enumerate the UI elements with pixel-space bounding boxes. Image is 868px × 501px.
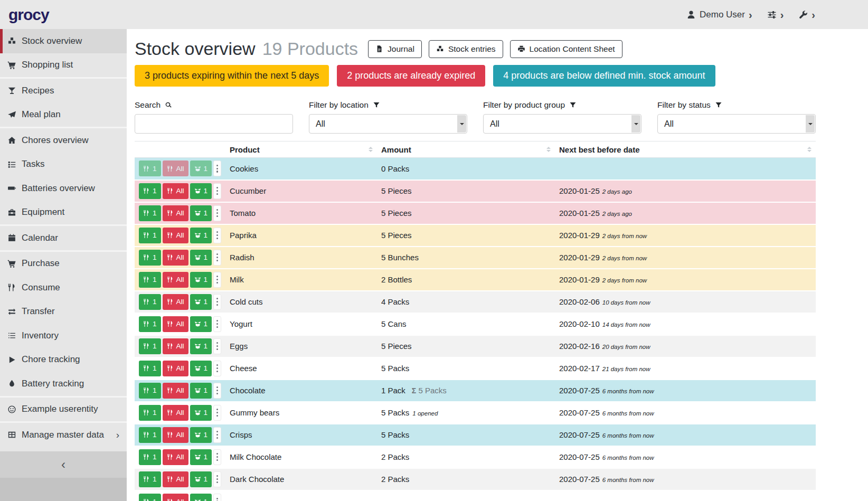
row-menu-button[interactable]: [213, 250, 221, 266]
consume-one-button[interactable]: 1: [139, 471, 161, 487]
consume-all-button[interactable]: All: [163, 383, 188, 399]
consume-one-button[interactable]: 1: [139, 405, 161, 421]
row-menu-button[interactable]: [213, 272, 221, 288]
sidebar-item-tasks[interactable]: Tasks: [0, 153, 127, 177]
danger-banner[interactable]: 2 products are already expired: [337, 65, 485, 87]
consume-one-button[interactable]: 1: [139, 160, 161, 176]
sidebar-item-recipes[interactable]: Recipes: [0, 79, 127, 103]
consume-one-button[interactable]: 1: [139, 383, 161, 399]
row-menu-button[interactable]: [213, 338, 221, 354]
open-one-button[interactable]: 1: [190, 338, 212, 354]
consume-all-button[interactable]: All: [163, 205, 188, 221]
location-content-sheet-button[interactable]: Location Content Sheet: [510, 40, 622, 58]
consume-one-button[interactable]: 1: [139, 294, 161, 310]
open-one-button[interactable]: 1: [190, 427, 212, 443]
sidebar-item-chores-overview[interactable]: Chores overview: [0, 128, 127, 153]
search-input[interactable]: [135, 114, 293, 134]
sidebar-item-purchase[interactable]: Purchase: [0, 252, 127, 276]
column-header-product[interactable]: Product: [225, 141, 377, 158]
column-header-amount[interactable]: Amount: [377, 141, 555, 158]
status-filter-select[interactable]: All: [657, 114, 816, 134]
consume-one-button[interactable]: 1: [139, 427, 161, 443]
row-menu-button[interactable]: [213, 405, 221, 421]
sidebar-item-example-userentity[interactable]: Example userentity: [0, 398, 127, 422]
settings-menu[interactable]: ›: [767, 10, 784, 20]
open-one-button[interactable]: 1: [190, 183, 212, 199]
sidebar-item-manage-master-data[interactable]: Manage master data›: [0, 423, 127, 447]
row-menu-button[interactable]: [213, 471, 221, 487]
sidebar-item-transfer[interactable]: Transfer: [0, 300, 127, 324]
consume-one-button[interactable]: 1: [139, 272, 161, 288]
info-banner[interactable]: 4 products are below defined min. stock …: [493, 65, 715, 87]
sidebar-item-inventory[interactable]: Inventory: [0, 324, 127, 348]
open-one-button[interactable]: 1: [190, 316, 212, 332]
consume-all-button[interactable]: All: [163, 160, 188, 176]
row-menu-button[interactable]: [213, 427, 221, 443]
sidebar-item-stock-overview[interactable]: Stock overview: [0, 29, 127, 53]
open-one-button[interactable]: 1: [190, 205, 212, 221]
consume-one-button[interactable]: 1: [139, 183, 161, 199]
journal-button[interactable]: Journal: [368, 40, 422, 58]
open-one-button[interactable]: 1: [190, 160, 212, 176]
user-menu[interactable]: Demo User ›: [686, 10, 752, 20]
consume-one-button[interactable]: 1: [139, 449, 161, 465]
row-menu-button[interactable]: [213, 205, 221, 221]
row-menu-button[interactable]: [213, 494, 221, 501]
warning-banner[interactable]: 3 products expiring within the next 5 da…: [135, 65, 329, 87]
consume-all-button[interactable]: All: [163, 361, 188, 376]
sidebar-item-batteries-overview[interactable]: Batteries overview: [0, 176, 127, 201]
consume-all-button[interactable]: All: [163, 338, 188, 354]
sidebar-item-label: Example userentity: [22, 404, 98, 414]
sidebar-item-chore-tracking[interactable]: Chore tracking: [0, 348, 127, 372]
row-menu-button[interactable]: [213, 361, 221, 376]
consume-all-button[interactable]: All: [163, 250, 188, 266]
sidebar-item-consume[interactable]: Consume: [0, 276, 127, 300]
location-filter-select[interactable]: All: [309, 114, 467, 134]
app-logo[interactable]: grocy: [8, 6, 49, 24]
consume-one-button[interactable]: 1: [139, 361, 161, 376]
consume-all-button[interactable]: All: [163, 427, 188, 443]
consume-all-button[interactable]: All: [163, 494, 188, 501]
consume-one-button[interactable]: 1: [139, 316, 161, 332]
open-one-button[interactable]: 1: [190, 228, 212, 243]
open-one-button[interactable]: 1: [190, 405, 212, 421]
row-menu-button[interactable]: [213, 449, 221, 465]
open-one-button[interactable]: 1: [190, 383, 212, 399]
consume-all-button[interactable]: All: [163, 316, 188, 332]
consume-all-button[interactable]: All: [163, 449, 188, 465]
open-one-button[interactable]: 1: [190, 250, 212, 266]
open-one-button[interactable]: 1: [190, 272, 212, 288]
consume-all-button[interactable]: All: [163, 272, 188, 288]
consume-one-button[interactable]: 1: [139, 338, 161, 354]
row-menu-button[interactable]: [213, 383, 221, 399]
row-menu-button[interactable]: [213, 316, 221, 332]
admin-menu[interactable]: ›: [798, 10, 815, 20]
sidebar-item-meal-plan[interactable]: Meal plan: [0, 103, 127, 127]
product-group-filter-select[interactable]: All: [483, 114, 641, 134]
open-one-button[interactable]: 1: [190, 361, 212, 376]
consume-all-button[interactable]: All: [163, 405, 188, 421]
consume-one-button[interactable]: 1: [139, 205, 161, 221]
column-header-next-best-before-date[interactable]: Next best before date: [555, 141, 816, 158]
row-menu-button[interactable]: [213, 160, 221, 176]
open-one-button[interactable]: 1: [190, 471, 212, 487]
row-menu-button[interactable]: [213, 294, 221, 310]
sidebar-item-battery-tracking[interactable]: Battery tracking: [0, 372, 127, 396]
consume-all-button[interactable]: All: [163, 471, 188, 487]
consume-one-button[interactable]: 1: [139, 250, 161, 266]
consume-all-button[interactable]: All: [163, 294, 188, 310]
row-menu-button[interactable]: [213, 183, 221, 199]
stock-entries-button[interactable]: Stock entries: [429, 40, 503, 58]
open-one-button[interactable]: 1: [190, 294, 212, 310]
sidebar-collapse-button[interactable]: ‹: [0, 451, 127, 478]
open-one-button[interactable]: 1: [190, 449, 212, 465]
sidebar-item-shopping-list[interactable]: Shopping list: [0, 53, 127, 78]
consume-one-button[interactable]: 1: [139, 494, 161, 501]
consume-one-button[interactable]: 1: [139, 228, 161, 243]
open-one-button[interactable]: 1: [190, 494, 212, 501]
consume-all-button[interactable]: All: [163, 228, 188, 243]
consume-all-button[interactable]: All: [163, 183, 188, 199]
row-menu-button[interactable]: [213, 228, 221, 243]
sidebar-item-equipment[interactable]: Equipment: [0, 201, 127, 225]
sidebar-item-calendar[interactable]: Calendar: [0, 226, 127, 250]
